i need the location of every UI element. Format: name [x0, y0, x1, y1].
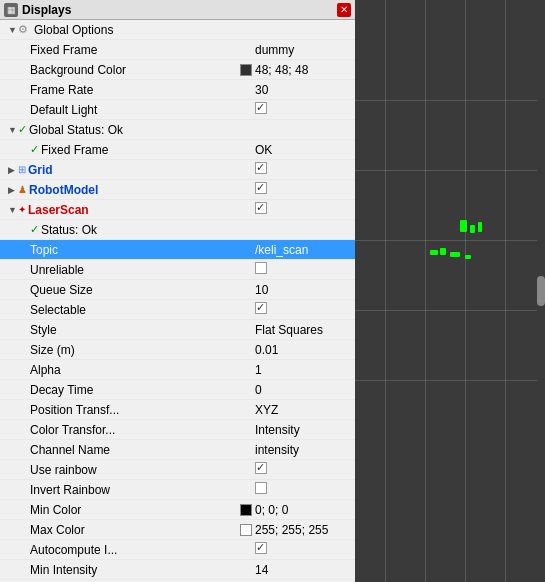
size-row[interactable]: Size (m) 0.01 [0, 340, 355, 360]
grid-v-line [505, 0, 506, 582]
grid-v-line [425, 0, 426, 582]
queue-size-value: 10 [255, 283, 355, 297]
grid-h-line [355, 170, 537, 171]
queue-size-row[interactable]: Queue Size 10 [0, 280, 355, 300]
min-color-value: 0; 0; 0 [255, 503, 355, 517]
autocompute-row[interactable]: Autocompute I... [0, 540, 355, 560]
max-color-label: Max Color [30, 523, 240, 537]
selectable-row[interactable]: Selectable [0, 300, 355, 320]
3d-viewport [355, 0, 545, 582]
channel-name-value: intensity [255, 443, 355, 457]
background-color-swatch [240, 64, 252, 76]
invert-rainbow-checkbox[interactable] [255, 482, 267, 494]
laser-scan-row[interactable]: ▼ ✦ LaserScan [0, 200, 355, 220]
fixed-frame-status-row[interactable]: ✓ Fixed Frame OK [0, 140, 355, 160]
grid-icon: ⊞ [18, 164, 26, 175]
global-options-row[interactable]: ▼ ⚙ Global Options [0, 20, 355, 40]
size-value: 0.01 [255, 343, 355, 357]
decay-time-value: 0 [255, 383, 355, 397]
grid-label: Grid [28, 163, 255, 177]
laser-status-row[interactable]: ✓ Status: Ok [0, 220, 355, 240]
svg-rect-3 [430, 250, 438, 255]
fixed-frame-check-icon: ✓ [30, 143, 39, 156]
laser-icon: ✦ [18, 204, 26, 215]
unreliable-checkbox[interactable] [255, 262, 267, 274]
min-color-row[interactable]: Min Color 0; 0; 0 [0, 500, 355, 520]
use-rainbow-row[interactable]: Use rainbow [0, 460, 355, 480]
topic-label: Topic [30, 243, 255, 257]
expand-icon: ▼ [8, 25, 18, 35]
grid-v-line [465, 0, 466, 582]
topic-value: /keli_scan [255, 243, 355, 257]
fixed-frame-status-value: OK [255, 143, 355, 157]
window-icon: ▦ [4, 3, 18, 17]
tree-container: ▼ ⚙ Global Options Fixed Frame dummy Bac… [0, 20, 355, 582]
grid-h-line [355, 100, 537, 101]
scroll-bar[interactable] [537, 276, 545, 306]
default-light-label: Default Light [30, 103, 255, 117]
max-color-row[interactable]: Max Color 255; 255; 255 [0, 520, 355, 540]
topic-row[interactable]: Topic /keli_scan [0, 240, 355, 260]
global-status-row[interactable]: ▼ ✓ Global Status: Ok [0, 120, 355, 140]
autocompute-checkbox[interactable] [255, 542, 267, 554]
alpha-value: 1 [255, 363, 355, 377]
unreliable-row[interactable]: Unreliable [0, 260, 355, 280]
min-color-label: Min Color [30, 503, 240, 517]
style-row[interactable]: Style Flat Squares [0, 320, 355, 340]
svg-rect-0 [460, 220, 467, 232]
position-transf-label: Position Transf... [30, 403, 255, 417]
svg-rect-5 [450, 252, 460, 257]
invert-rainbow-label: Invert Rainbow [30, 483, 255, 497]
grid-row[interactable]: ▶ ⊞ Grid [0, 160, 355, 180]
position-transf-row[interactable]: Position Transf... XYZ [0, 400, 355, 420]
expand-icon: ▼ [8, 205, 18, 215]
style-value: Flat Squares [255, 323, 355, 337]
robot-model-row[interactable]: ▶ ♟ RobotModel [0, 180, 355, 200]
global-status-label: Global Status: Ok [29, 123, 355, 137]
grid-overlay [355, 0, 545, 582]
default-light-checkbox[interactable] [255, 102, 267, 114]
grid-h-line [355, 380, 537, 381]
expand-icon: ▶ [8, 185, 18, 195]
selectable-label: Selectable [30, 303, 255, 317]
global-options-label: Global Options [34, 23, 355, 37]
robot-model-checkbox[interactable] [255, 182, 267, 194]
laser-scan-visualization [430, 220, 510, 283]
color-transf-label: Color Transfor... [30, 423, 255, 437]
autocompute-label: Autocompute I... [30, 543, 255, 557]
frame-rate-row[interactable]: Frame Rate 30 [0, 80, 355, 100]
decay-time-label: Decay Time [30, 383, 255, 397]
grid-checkbox[interactable] [255, 162, 267, 174]
grid-h-line [355, 310, 537, 311]
color-transf-row[interactable]: Color Transfor... Intensity [0, 420, 355, 440]
laser-status-label: Status: Ok [41, 223, 355, 237]
selectable-checkbox[interactable] [255, 302, 267, 314]
min-intensity-row[interactable]: Min Intensity 14 [0, 560, 355, 580]
decay-time-row[interactable]: Decay Time 0 [0, 380, 355, 400]
close-button[interactable]: ✕ [337, 3, 351, 17]
grid-v-line [385, 0, 386, 582]
min-color-swatch [240, 504, 252, 516]
min-intensity-label: Min Intensity [30, 563, 255, 577]
use-rainbow-label: Use rainbow [30, 463, 255, 477]
invert-rainbow-row[interactable]: Invert Rainbow [0, 480, 355, 500]
robot-model-label: RobotModel [29, 183, 255, 197]
background-color-label: Background Color [30, 63, 240, 77]
queue-size-label: Queue Size [30, 283, 255, 297]
frame-rate-label: Frame Rate [30, 83, 255, 97]
channel-name-row[interactable]: Channel Name intensity [0, 440, 355, 460]
default-light-row[interactable]: Default Light [0, 100, 355, 120]
max-color-swatch [240, 524, 252, 536]
laser-scan-checkbox[interactable] [255, 202, 267, 214]
position-transf-value: XYZ [255, 403, 355, 417]
fixed-frame-global-label: Fixed Frame [30, 43, 255, 57]
expand-icon: ▼ [8, 125, 18, 135]
alpha-row[interactable]: Alpha 1 [0, 360, 355, 380]
max-color-value: 255; 255; 255 [255, 523, 355, 537]
background-color-row[interactable]: Background Color 48; 48; 48 [0, 60, 355, 80]
svg-rect-6 [465, 255, 471, 259]
gear-icon: ⚙ [18, 23, 32, 37]
use-rainbow-checkbox[interactable] [255, 462, 267, 474]
svg-rect-1 [470, 225, 475, 233]
fixed-frame-global-row[interactable]: Fixed Frame dummy [0, 40, 355, 60]
